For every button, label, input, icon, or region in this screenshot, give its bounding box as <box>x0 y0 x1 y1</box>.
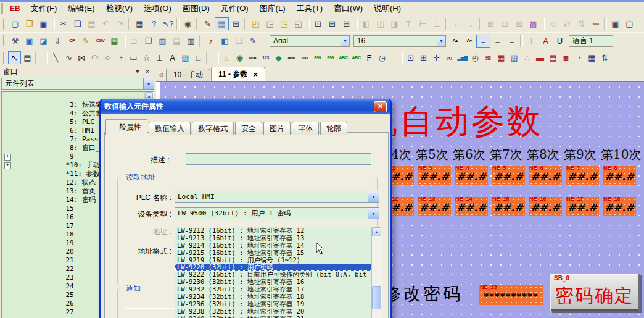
dialog-tab[interactable]: 一般属性 <box>105 119 147 135</box>
function-f-icon[interactable]: F <box>363 51 376 64</box>
nudge-size-icon[interactable]: ⊞ <box>484 17 498 30</box>
device-list-item[interactable]: LW-9222 (16bit) : 目前用户可操作的类别 (bit 0:A, b… <box>175 271 382 278</box>
dialog-tab[interactable]: 安全 <box>235 122 262 135</box>
password-input-object[interactable]: NE_23 ********** <box>479 285 543 305</box>
grid-icon[interactable]: ▦ <box>215 17 229 30</box>
dialog-title-bar[interactable]: 数值输入元件属性 ✕ <box>101 99 390 114</box>
word-lamp-icon[interactable]: ◉ <box>233 51 246 64</box>
tab-scroll-left-icon[interactable]: ◁ <box>159 72 163 78</box>
align-right-icon[interactable]: ◨ <box>387 17 402 30</box>
align-top-icon[interactable]: ⊤ <box>402 17 416 30</box>
font-decrease-icon[interactable]: A▾ <box>462 35 476 48</box>
numeric-display-cell[interactable]: NE_18 ##.# <box>603 197 636 216</box>
multi-duplicate-icon[interactable]: ⊠ <box>512 17 526 30</box>
numeric-input-icon[interactable]: 999 <box>324 51 337 64</box>
cut-icon[interactable]: ✂ <box>56 17 70 30</box>
library-icon[interactable]: ❐ <box>141 35 155 48</box>
same-height-icon[interactable]: ↕ <box>464 17 478 30</box>
list-scrollbar[interactable]: ▲ ▼ <box>371 227 382 318</box>
open-file-icon[interactable]: ❐ <box>22 17 36 30</box>
font-size-combo[interactable]: 16 ▾ <box>353 35 446 47</box>
device-list-item[interactable]: LW-9212 (16bit) : 地址索引寄存器 12 <box>175 227 382 235</box>
column-header[interactable]: 第8次 <box>527 146 564 163</box>
numeric-display-cell[interactable]: NE_13 ##.# <box>418 197 451 216</box>
bar-graph-icon[interactable]: ▂▅▇ <box>456 51 469 64</box>
animation-icon[interactable]: ∞ <box>443 51 456 64</box>
meter-display-icon[interactable]: ◴ <box>469 51 482 64</box>
send-backward-icon[interactable]: ◱ <box>291 17 305 30</box>
pin-icon[interactable]: ⊸ <box>588 17 603 30</box>
group-icon[interactable]: ▣ <box>608 17 622 30</box>
column-header[interactable]: 第9次 <box>564 146 601 163</box>
plc-name-combo[interactable]: Local HMI ▾ <box>175 191 379 203</box>
function-key-icon[interactable]: ◆ <box>272 51 285 64</box>
numeric-display-icon[interactable]: 999 <box>311 51 324 64</box>
chevron-down-icon[interactable]: ▾ <box>143 78 154 89</box>
polyline-tool-icon[interactable]: ⋈ <box>75 51 88 64</box>
numeric-display-cell[interactable]: NE_16 ##.# <box>529 197 562 216</box>
history-table-icon[interactable]: ▦ <box>495 51 508 64</box>
column-header[interactable]: 第7次 <box>490 146 527 163</box>
undo-icon[interactable]: ↶ <box>99 17 113 30</box>
window-tree-icon[interactable]: ▥ <box>184 35 198 48</box>
copy-icon[interactable]: ❏ <box>70 17 85 30</box>
align-bottom-icon[interactable]: ⊥ <box>430 17 444 30</box>
expand-icon[interactable]: + <box>4 162 11 169</box>
picture-tool-icon[interactable]: ▧ <box>179 51 192 64</box>
device-list-item[interactable]: LW-9234 (32bit) : 地址索引寄存器 18 <box>175 293 382 301</box>
password-confirm-button[interactable]: SB_0 密码确定 <box>550 274 640 311</box>
bring-to-front-icon[interactable]: ◰ <box>249 17 263 30</box>
toggle-switch-icon[interactable]: ⊷ <box>285 51 298 64</box>
draw-mode-icon[interactable]: ✎ <box>200 17 215 30</box>
align-middle-icon[interactable]: ⊢ <box>416 17 430 30</box>
numeric-display-cell[interactable]: NE_3 ##.# <box>418 166 451 185</box>
language-selector[interactable]: 语言 1 <box>569 35 613 47</box>
tag-library-icon[interactable]: ❏ <box>232 35 246 48</box>
object-properties-icon[interactable]: ▤ <box>21 51 34 64</box>
chevron-down-icon[interactable]: ▾ <box>437 36 445 46</box>
menu-item[interactable]: 图库(L) <box>254 2 291 15</box>
memo-icon[interactable]: ✎ <box>246 35 260 48</box>
line-tool-icon[interactable]: ╲ <box>49 51 62 64</box>
fix-size-icon[interactable]: ⊞ <box>325 17 339 30</box>
column-header[interactable]: 第6次 <box>453 146 490 163</box>
panel-close-icon[interactable]: ✕ <box>142 67 152 77</box>
dialog-tab[interactable]: 数字格式 <box>192 122 234 135</box>
font-name-combo[interactable]: Arial ▾ <box>270 35 350 47</box>
new-file-icon[interactable]: ▢ <box>8 17 22 30</box>
device-list-item[interactable]: LW-9240 (32bit) : 地址索引寄存器 21 <box>175 316 382 318</box>
flip-horizontal-icon[interactable]: ⇄ <box>560 17 574 30</box>
scroll-up-icon[interactable]: ▲ <box>372 227 381 236</box>
device-list-item[interactable]: LW-9219 (16bit) : 用户编号 (1~12) <box>175 257 382 264</box>
backup-icon[interactable]: ⇅ <box>598 51 611 64</box>
redo-icon[interactable]: ↷ <box>113 17 127 30</box>
numeric-display-cell[interactable]: NE_6 ##.# <box>529 166 562 185</box>
dialog-tab[interactable]: 字体 <box>292 122 319 135</box>
bring-forward-icon[interactable]: ◳ <box>277 17 291 30</box>
same-width-icon[interactable]: ↔ <box>450 17 464 30</box>
description-input[interactable] <box>186 153 371 165</box>
device-list-item[interactable]: LW-9236 (32bit) : 地址索引寄存器 19 <box>175 301 382 308</box>
menu-item[interactable]: 说明(H) <box>368 2 407 15</box>
device-type-combo[interactable]: LW-9500 (32bit) : 用户 1 密码 ▾ <box>175 207 379 219</box>
align-center-icon[interactable]: ◫ <box>373 17 387 30</box>
device-list-item[interactable]: LW-9220 (32bit) : 用户密码 <box>175 264 382 271</box>
font-color-icon[interactable]: A <box>539 35 553 48</box>
text-align-center-icon[interactable]: ≡ <box>490 35 505 48</box>
label-library-icon[interactable]: ◧ <box>218 35 232 48</box>
fit-window-icon[interactable]: ⊡ <box>311 17 325 30</box>
chevron-down-icon[interactable]: ▾ <box>368 208 379 219</box>
dialog-tab[interactable]: 图片 <box>263 122 291 135</box>
device-list-item[interactable]: LW-9238 (32bit) : 地址索引寄存器 20 <box>175 308 382 316</box>
trend-display-icon[interactable]: ≋ <box>482 51 495 64</box>
column-header[interactable]: 第10次 <box>601 146 638 163</box>
select-tool-icon[interactable]: ↖ <box>8 51 21 64</box>
event-log-icon[interactable]: ◙ <box>559 51 572 64</box>
modify-password-label[interactable]: 修改密码 <box>384 282 463 306</box>
device-list-item[interactable]: LW-9215 (16bit) : 地址索引寄存器 15 <box>175 249 382 257</box>
picture-view-icon[interactable]: ▧ <box>508 51 521 64</box>
snap-icon[interactable]: ⊞ <box>229 17 243 30</box>
device-list-item[interactable]: LW-9213 (16bit) : 地址索引寄存器 13 <box>175 235 382 242</box>
sound-library-icon[interactable]: ♪ <box>204 35 218 48</box>
save-icon[interactable]: ▣ <box>36 17 51 30</box>
